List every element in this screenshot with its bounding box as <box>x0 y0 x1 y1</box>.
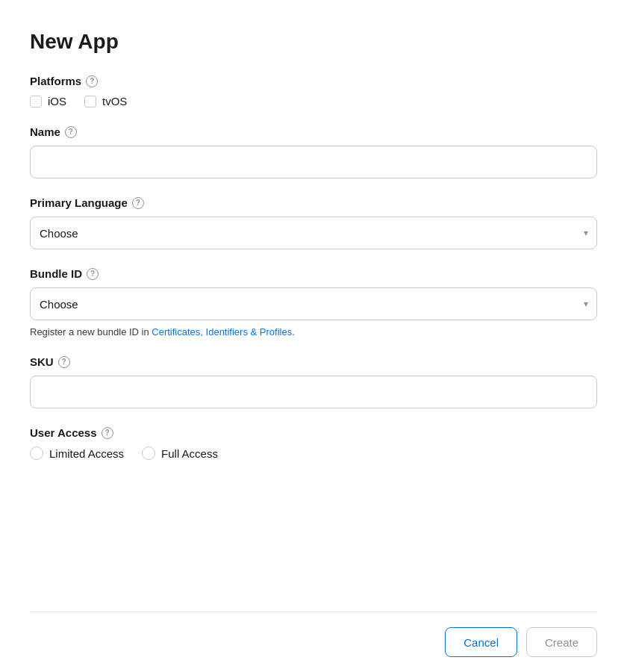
bundle-id-help-icon[interactable]: ? <box>87 268 99 280</box>
full-access-radio[interactable] <box>142 447 155 460</box>
dialog-footer: Cancel Create <box>30 612 597 672</box>
limited-access-radio[interactable] <box>30 447 43 460</box>
ios-checkbox-item[interactable]: iOS <box>30 95 66 108</box>
limited-access-radio-item[interactable]: Limited Access <box>30 447 124 460</box>
platforms-checkbox-group: iOS tvOS <box>30 95 597 108</box>
user-access-section: User Access ? Limited Access Full Access <box>30 426 597 460</box>
new-app-dialog: New App Platforms ? iOS tvOS Name ? Prim… <box>0 0 627 672</box>
sku-label: SKU ? <box>30 355 597 368</box>
create-button[interactable]: Create <box>526 627 597 657</box>
bundle-id-section: Bundle ID ? Choose ▾ Register a new bund… <box>30 267 597 337</box>
platforms-section: Platforms ? iOS tvOS <box>30 75 597 108</box>
primary-language-section: Primary Language ? Choose English Spanis… <box>30 196 597 249</box>
bundle-id-hint-link[interactable]: Certificates, Identifiers & Profiles <box>152 326 292 337</box>
name-section: Name ? <box>30 125 597 178</box>
platforms-label: Platforms ? <box>30 75 597 87</box>
cancel-button[interactable]: Cancel <box>445 627 517 657</box>
primary-language-label: Primary Language ? <box>30 196 597 209</box>
tvos-label: tvOS <box>102 95 127 108</box>
tvos-checkbox[interactable] <box>84 96 96 108</box>
full-access-radio-item[interactable]: Full Access <box>142 447 218 460</box>
primary-language-select[interactable]: Choose English Spanish French German Chi… <box>30 217 597 249</box>
user-access-radio-group: Limited Access Full Access <box>30 447 597 460</box>
limited-access-label: Limited Access <box>49 447 124 460</box>
primary-language-select-wrapper: Choose English Spanish French German Chi… <box>30 217 597 249</box>
primary-language-help-icon[interactable]: ? <box>132 197 144 209</box>
user-access-help-icon[interactable]: ? <box>102 427 113 439</box>
tvos-checkbox-item[interactable]: tvOS <box>84 95 127 108</box>
bundle-id-label: Bundle ID ? <box>30 267 597 280</box>
ios-checkbox[interactable] <box>30 96 42 108</box>
bundle-id-select[interactable]: Choose <box>30 287 597 320</box>
bundle-id-select-wrapper: Choose ▾ <box>30 287 597 320</box>
name-help-icon[interactable]: ? <box>65 126 77 138</box>
sku-help-icon[interactable]: ? <box>58 356 70 368</box>
sku-input[interactable] <box>30 376 597 408</box>
full-access-label: Full Access <box>161 447 218 460</box>
bundle-id-hint: Register a new bundle ID in Certificates… <box>30 326 597 337</box>
name-label: Name ? <box>30 125 597 138</box>
name-input[interactable] <box>30 146 597 178</box>
platforms-help-icon[interactable]: ? <box>86 75 98 87</box>
user-access-label: User Access ? <box>30 426 597 439</box>
ios-label: iOS <box>48 95 66 108</box>
sku-section: SKU ? <box>30 355 597 408</box>
page-title: New App <box>30 30 597 54</box>
